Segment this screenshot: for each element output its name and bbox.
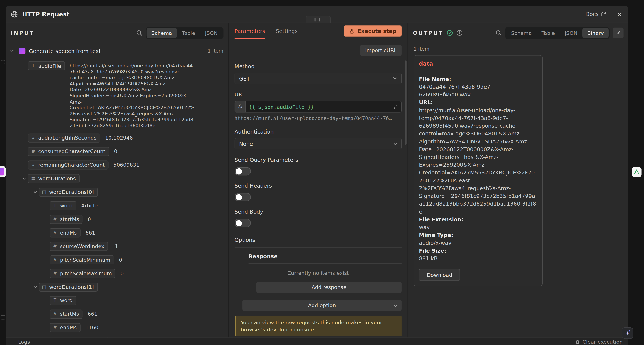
chevron-down-icon[interactable]	[32, 282, 39, 292]
number-type-icon: #	[52, 325, 58, 330]
tree-indent	[6, 242, 42, 242]
input-panel: INPUT Schema Table JSON	[6, 23, 228, 338]
chevron-down-icon[interactable]	[8, 46, 16, 55]
output-view-json[interactable]: JSON	[560, 28, 582, 38]
send-headers-toggle[interactable]	[234, 193, 251, 201]
tree-key-pill[interactable]: # pitchScaleMinimum	[50, 255, 114, 264]
canvas-add-icon[interactable]: +	[1, 2, 5, 6]
object-type-icon: □	[42, 284, 47, 290]
tree-indent	[6, 214, 42, 215]
expand-expression-icon[interactable]	[393, 104, 398, 109]
input-view-schema[interactable]: Schema	[146, 28, 177, 38]
tree-row: □ wordDurations[1]	[6, 282, 228, 292]
number-type-icon: #	[31, 135, 36, 140]
external-link-icon	[601, 12, 606, 17]
input-schema-tree[interactable]: Generate speech from text 1 item T audio…	[6, 43, 228, 338]
tree-indent	[6, 160, 21, 161]
method-label: Method	[234, 63, 402, 70]
developer-console-note: You can view the raw requests this node …	[234, 316, 402, 336]
tree-key-pill[interactable]: # startMs	[50, 214, 83, 224]
input-root-node[interactable]: Generate speech from text 1 item	[6, 45, 228, 57]
input-view-table[interactable]: Table	[177, 28, 200, 38]
parameters-tabs: Parameters Settings Execute step	[229, 23, 407, 39]
logs-toggle[interactable]: Logs	[18, 339, 30, 345]
tab-settings[interactable]: Settings	[276, 23, 298, 38]
output-item-count: 1 item	[414, 46, 623, 52]
tree-indent	[6, 201, 42, 201]
url-expression[interactable]: {{ $json.audioFile }}	[249, 104, 314, 110]
tree-key-pill[interactable]: T word	[50, 201, 76, 210]
tree-key: word	[60, 202, 72, 209]
chevron-down-icon[interactable]	[32, 188, 39, 196]
input-tree-rows: T audioFile https://murf.ai/user-upload/…	[6, 61, 228, 338]
binary-data-card: data File Name: 0470aa44-767f-43a8-9de7-…	[414, 55, 542, 286]
tree-key: word	[60, 298, 72, 304]
tree-key-pill[interactable]: # consumedCharacterCount	[28, 147, 109, 156]
tree-indent	[6, 323, 42, 324]
source-node-icon	[19, 48, 26, 54]
tree-key-pill[interactable]: # audioLengthInSeconds	[28, 133, 100, 142]
pin-data-button[interactable]	[613, 28, 624, 38]
canvas-fit-view-icon[interactable]	[1, 315, 5, 319]
tree-key-pill[interactable]: # remainingCharacterCount	[28, 160, 108, 170]
panel-drag-handle[interactable]	[306, 16, 330, 23]
ai-assistant-button[interactable]: ✦ ✦	[622, 327, 633, 339]
send-body-toggle[interactable]	[234, 219, 251, 227]
canvas-tool-icon[interactable]	[1, 60, 5, 64]
tree-value: 1160	[85, 323, 98, 332]
download-button[interactable]: Download	[419, 269, 460, 281]
input-view-json[interactable]: JSON	[200, 28, 223, 38]
tree-key-pill[interactable]: T word	[50, 296, 76, 305]
tree-key-pill[interactable]: □ wordDurations[0]	[39, 188, 98, 196]
tree-indent	[6, 336, 42, 337]
authentication-select[interactable]: None	[234, 138, 402, 150]
binary-key: data	[419, 60, 537, 71]
murf-node[interactable]	[0, 166, 6, 177]
output-view-binary[interactable]: Binary	[582, 28, 609, 38]
execute-step-button[interactable]: Execute step	[344, 25, 402, 36]
search-icon[interactable]	[136, 30, 142, 36]
docs-link[interactable]: Docs	[586, 11, 606, 17]
tree-key-pill[interactable]: # sourceWordIndex	[50, 242, 108, 251]
output-view-table[interactable]: Table	[537, 28, 560, 38]
chevron-down-icon	[393, 142, 397, 145]
tree-key: audioLengthInSeconds	[38, 135, 96, 141]
canvas-zoom-out-icon[interactable]: −	[1, 303, 5, 308]
tree-key-pill[interactable]: # startMs	[50, 310, 83, 318]
output-view-schema[interactable]: Schema	[506, 28, 537, 38]
number-type-icon: #	[52, 216, 58, 222]
tree-key-pill[interactable]: T audioFile	[28, 61, 65, 70]
tab-parameters[interactable]: Parameters	[234, 23, 265, 38]
google-drive-node[interactable]	[632, 167, 642, 177]
success-check-icon	[447, 30, 454, 36]
response-divider	[248, 263, 402, 264]
tree-key-pill[interactable]: # endMs	[50, 323, 80, 332]
import-curl-button[interactable]: Import cURL	[360, 45, 402, 56]
add-option-button[interactable]: Add option	[242, 300, 402, 311]
tree-key: wordDurations[0]	[49, 189, 94, 195]
tree-key-pill[interactable]: # pitchScaleMaximum	[50, 269, 116, 278]
close-icon[interactable]: ✕	[617, 11, 622, 18]
tree-key-pill[interactable]: # endMs	[50, 228, 80, 237]
app-window: + + − ✦ ✦ HTTP Request Docs ✕	[0, 0, 644, 345]
canvas-zoom-in-icon[interactable]: +	[1, 290, 5, 294]
response-empty-text: Currently no items exist	[234, 270, 402, 276]
scrollbar-thumb[interactable]	[405, 60, 407, 144]
input-panel-title: INPUT	[11, 30, 34, 36]
tree-key-pill[interactable]: □ wordDurations[1]	[39, 282, 98, 292]
tree-row: ≡ wordDurations	[6, 174, 228, 183]
response-label: Response	[248, 254, 402, 260]
tree-key: audioFile	[38, 63, 61, 69]
tree-key-pill[interactable]: ≡ wordDurations	[28, 174, 80, 183]
number-type-icon: #	[31, 162, 36, 168]
array-type-icon: ≡	[31, 175, 36, 182]
search-icon[interactable]	[496, 30, 502, 36]
clear-execution-button[interactable]: Clear execution	[575, 339, 622, 345]
url-field[interactable]: fx {{ $json.audioFile }}	[234, 101, 402, 112]
info-icon[interactable]	[456, 30, 463, 36]
chevron-down-icon[interactable]	[20, 174, 28, 183]
tree-key: pitchScaleMaximum	[60, 270, 112, 276]
add-response-button[interactable]: Add response	[256, 282, 402, 293]
method-select[interactable]: GET	[234, 73, 402, 84]
send-query-parameters-toggle[interactable]	[234, 167, 251, 175]
